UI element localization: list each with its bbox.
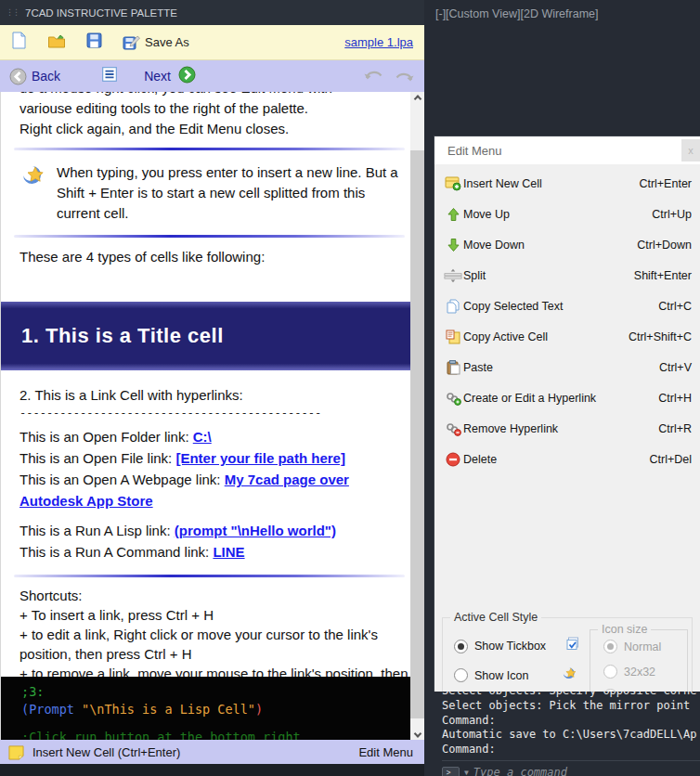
command-input[interactable]: Type a command <box>473 766 567 776</box>
save-button[interactable] <box>86 32 102 52</box>
cell-list[interactable]: do a mouse right click, you can see Edit… <box>1 92 410 740</box>
link-line: This is a Run A Command link: LINE <box>19 541 410 563</box>
scroll-up-button[interactable] <box>410 92 424 108</box>
current-file-link[interactable]: sample 1.lpa <box>344 35 413 49</box>
menu-item-remove-hyperlink[interactable]: Remove Hyperlink Ctrl+R <box>434 413 700 444</box>
tickbox-preview-icon <box>565 637 581 655</box>
redo-button[interactable] <box>395 70 415 83</box>
insert-new-cell-icon <box>444 175 462 191</box>
radio-show-tickbox[interactable]: Show Tickbox <box>454 637 581 655</box>
link-line: This is an Open File link: [Enter your f… <box>19 447 410 469</box>
link-line: This is an Open Folder link: C:\ <box>19 426 410 447</box>
open-folder-link[interactable]: C:\ <box>193 429 212 445</box>
text-cell-clipped[interactable]: do a mouse right click, you can see Edit… <box>19 92 405 138</box>
menu-item-delete[interactable]: Delete Ctrl+Del <box>434 444 700 474</box>
dashed-separator: ----------------------------------------… <box>19 406 405 421</box>
command-window[interactable]: Select objects: Specify opposite corne S… <box>424 692 700 776</box>
lisp-comment: ;3: <box>21 684 44 699</box>
command-history-line: Automatic save to C:\Users\7cadDELL\Ap <box>442 728 700 743</box>
instructive-palette: ⋮⋮ 7CAD INSTRUCTIVE PALETTE Save As samp… <box>0 0 424 776</box>
run-command-link[interactable]: LINE <box>213 544 244 560</box>
title-cell-text: 1. This is a Title cell <box>1 324 224 348</box>
command-history-line: Command: <box>442 714 700 729</box>
chevron-down-icon <box>413 730 421 737</box>
palette-content: do a mouse right click, you can see Edit… <box>0 92 424 740</box>
menu-item-paste[interactable]: Paste Ctrl+V <box>434 352 700 382</box>
palette-title: 7CAD INSTRUCTIVE PALETTE <box>25 7 177 19</box>
next-arrow-icon <box>178 66 196 84</box>
menu-item-create-hyperlink[interactable]: Create or Edit a Hyperlink Ctrl+H <box>434 382 700 413</box>
open-file-link[interactable]: [Enter your file path here] <box>175 450 345 466</box>
radio-show-icon[interactable]: Show Icon <box>454 666 577 684</box>
open-file-button[interactable] <box>47 32 66 53</box>
command-input-row[interactable]: >_ ▼ Type a command <box>442 760 700 776</box>
app-root: ⋮⋮ 7CAD INSTRUCTIVE PALETTE Save As samp… <box>0 0 700 776</box>
undo-button[interactable] <box>363 68 383 84</box>
menu-item-insert-new-cell[interactable]: Insert New Cell Ctrl+Enter <box>434 168 700 199</box>
types-text: These are 4 types of cells like followin… <box>19 247 405 267</box>
save-icon <box>86 32 102 48</box>
content-scrollbar[interactable] <box>410 92 424 740</box>
radio-button[interactable] <box>454 668 468 682</box>
split-icon <box>444 268 462 283</box>
hyperlink-remove-icon <box>444 421 462 436</box>
command-history-clipped: Select objects: Specify opposite corne <box>442 692 700 699</box>
clipped-line: do a mouse right click, you can see Edit… <box>19 92 405 98</box>
scroll-down-button[interactable] <box>410 724 424 740</box>
hyperlink-add-icon <box>444 391 462 406</box>
close-button[interactable]: x <box>681 139 700 162</box>
active-cell-style-label: Active Cell Style <box>450 611 541 624</box>
palette-titlebar[interactable]: ⋮⋮ 7CAD INSTRUCTIVE PALETTE <box>0 0 424 25</box>
copy-cell-icon <box>444 330 462 344</box>
title-cell[interactable]: 1. This is a Title cell <box>1 302 410 370</box>
menu-item-split[interactable]: Split Shift+Enter <box>434 260 700 291</box>
command-dropdown-icon[interactable]: ▼ <box>464 769 469 776</box>
scrollbar-thumb[interactable] <box>410 150 424 718</box>
command-history-line: Command: <box>442 743 700 757</box>
save-as-button[interactable]: Save As <box>123 34 189 50</box>
tip-star-icon <box>19 162 47 224</box>
shortcuts-line: + to edit a link, Right click or move yo… <box>19 625 410 664</box>
copy-text-icon <box>444 299 462 314</box>
link-cell: This is an Open Folder link: C:\ This is… <box>19 426 410 563</box>
back-arrow-icon <box>9 68 27 85</box>
save-as-label: Save As <box>145 35 189 49</box>
icon-size-label: Icon size <box>598 623 651 636</box>
menu-item-move-down[interactable]: Move Down Ctrl+Down <box>434 229 700 260</box>
lisp-cell[interactable]: ;3: (Prompt "\nThis is a Lisp Cell") ;Cl… <box>1 677 410 740</box>
run-lisp-link[interactable]: (prompt "\nHello world") <box>175 523 336 538</box>
next-button[interactable] <box>178 66 196 87</box>
move-up-icon <box>444 207 462 222</box>
cell-divider <box>14 235 405 238</box>
new-file-icon <box>11 32 27 49</box>
insert-new-cell-button[interactable]: Insert New Cell (Ctrl+Enter) <box>7 744 180 760</box>
edit-menu-header: Edit Menu x <box>434 136 700 164</box>
new-file-button[interactable] <box>11 32 27 53</box>
chevron-up-icon <box>413 95 421 102</box>
menu-item-move-up[interactable]: Move Up Ctrl+Up <box>434 199 700 229</box>
cell-list-button[interactable] <box>101 66 118 86</box>
save-as-icon <box>123 34 140 50</box>
menu-item-copy-selected-text[interactable]: Copy Selected Text Ctrl+C <box>434 291 700 321</box>
viewport-controls-label[interactable]: [-][Custom View][2D Wireframe] <box>435 7 599 20</box>
radio-icon-normal: Normal <box>603 640 661 653</box>
menu-item-copy-active-cell[interactable]: Copy Active Cell Ctrl+Shift+C <box>434 321 700 352</box>
lisp-code-line: (Prompt "\nThis is a Lisp Cell") <box>21 701 410 718</box>
para1-line2: Right click again, and the Edit Menu clo… <box>19 119 405 138</box>
radio-button <box>603 640 617 653</box>
cell-divider <box>14 575 405 577</box>
grip-handle-icon[interactable]: ⋮⋮ <box>6 8 19 17</box>
list-icon <box>101 66 118 83</box>
edit-menu-toggle[interactable]: Edit Menu <box>358 745 413 759</box>
command-prompt-icon: >_ <box>442 767 460 776</box>
tip-cell[interactable]: When typing, you press enter to insert a… <box>19 159 405 226</box>
star-preview-icon <box>561 666 577 684</box>
insert-new-cell-label: Insert New Cell (Ctrl+Enter) <box>32 745 180 759</box>
link-line: This is an Open A Webpage link: My 7cad … <box>19 469 410 511</box>
command-history-line: Select objects: Pick the mirror point <box>442 699 700 714</box>
back-label: Back <box>32 69 60 84</box>
back-button[interactable]: Back <box>9 68 60 85</box>
para1-line1: variouse editing tools to the right of t… <box>19 98 405 119</box>
open-folder-icon <box>47 32 66 49</box>
radio-button[interactable] <box>454 640 468 653</box>
